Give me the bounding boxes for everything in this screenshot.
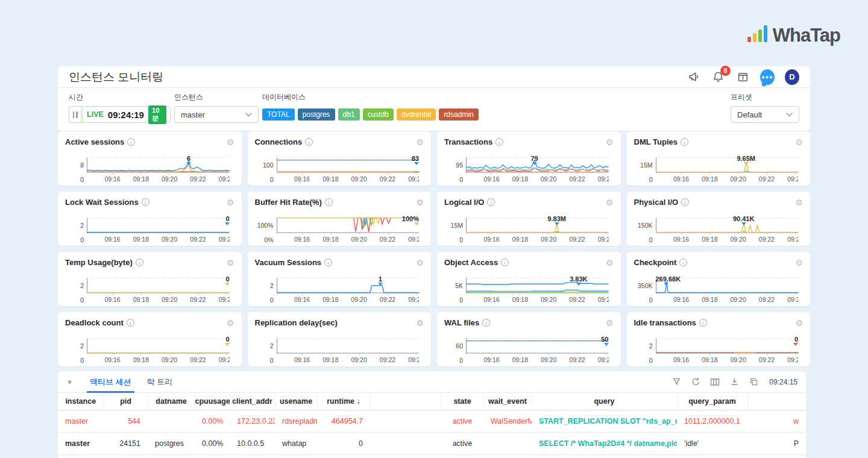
column-header[interactable]	[370, 393, 441, 410]
settings-gear-icon[interactable]: ⚙	[416, 259, 424, 267]
info-icon[interactable]: i	[681, 198, 689, 206]
column-header[interactable]: runtime ↓	[317, 393, 370, 410]
info-icon[interactable]: i	[487, 198, 495, 206]
y-max-label: 15M	[444, 222, 463, 229]
settings-gear-icon[interactable]: ⚙	[416, 138, 424, 146]
info-icon[interactable]: i	[495, 138, 503, 146]
download-button[interactable]	[729, 377, 739, 387]
settings-gear-icon[interactable]: ⚙	[795, 198, 803, 207]
info-icon[interactable]: i	[136, 259, 143, 266]
chart-title: Buffer Hit Rate(%)	[255, 198, 322, 207]
notifications-button[interactable]: 8	[711, 70, 725, 84]
chart-title: Vacuum Sessions	[255, 258, 322, 267]
settings-gear-icon[interactable]: ⚙	[227, 259, 234, 267]
settings-gear-icon[interactable]: ⚙	[416, 319, 424, 327]
db-badge-total[interactable]: TOTAL	[262, 108, 295, 121]
settings-gear-icon[interactable]: ⚙	[227, 319, 234, 327]
info-icon[interactable]: i	[681, 138, 688, 146]
table-cell: active	[441, 432, 483, 454]
x-axis-labels: 09:1609:1809:2009:2209:24	[277, 175, 420, 183]
db-badge-rdsadmin[interactable]: rdsadmin	[439, 108, 478, 121]
chart-title: Connections	[255, 137, 303, 146]
chat-button[interactable]: ●●●	[760, 70, 775, 84]
preset-select[interactable]: Default	[731, 106, 799, 123]
tab-active-session[interactable]: 액티브 세션	[82, 371, 139, 393]
chart-title: Checkpoint	[634, 258, 677, 267]
y-max-label: 8	[65, 162, 84, 169]
announcement-button[interactable]	[686, 70, 700, 84]
settings-gear-icon[interactable]: ⚙	[227, 198, 234, 207]
table-cell: master	[58, 410, 104, 432]
peak-annotation: 6	[87, 155, 230, 163]
info-icon[interactable]: i	[699, 319, 707, 327]
live-label: LIVE	[87, 110, 104, 119]
db-badge-postgres[interactable]: postgres	[298, 108, 335, 121]
column-header[interactable]: query	[532, 393, 677, 410]
peak-value-label: 9.83M	[547, 215, 566, 222]
info-icon[interactable]: i	[305, 138, 313, 146]
db-badge-custdb[interactable]: custdb	[363, 108, 394, 121]
collapse-panel-icon[interactable]: ▼	[66, 378, 82, 386]
info-icon[interactable]: i	[142, 198, 149, 206]
column-header[interactable]: client_addr	[230, 393, 275, 410]
table-row[interactable]: master5440.00%172.23.0.237rdsrepladmin46…	[58, 410, 806, 432]
chat-bubble-icon: ●●●	[760, 69, 775, 85]
active-session-table: instancepiddatnamecpuusageclient_addruse…	[58, 393, 806, 455]
table-cell: rdsrepladmin	[275, 410, 317, 432]
table-timestamp: 09:24:15	[769, 378, 797, 386]
tab-lock-tree[interactable]: 락 트리	[139, 371, 181, 393]
db-badge-dvdrental[interactable]: dvdrental	[397, 108, 436, 121]
settings-gear-icon[interactable]: ⚙	[795, 259, 803, 267]
column-header[interactable]: usename	[275, 393, 317, 410]
chart-grid: Active sessions i ⚙ 8 0 6 09:1609:1809:2…	[58, 131, 810, 366]
settings-gear-icon[interactable]: ⚙	[795, 138, 803, 146]
settings-gear-icon[interactable]: ⚙	[606, 138, 614, 146]
table-cell: 172.23.0.237	[230, 410, 275, 432]
settings-gear-icon[interactable]: ⚙	[606, 319, 614, 327]
x-axis-labels: 09:1609:1809:2009:2209:24	[87, 296, 230, 304]
event-calendar-button[interactable]	[735, 70, 750, 84]
peak-value-label: 50	[601, 336, 608, 343]
column-header[interactable]: query_param	[677, 393, 747, 410]
filter-button[interactable]	[671, 377, 681, 387]
time-range-badge[interactable]: 10분	[148, 105, 166, 124]
peak-value-label: 6	[187, 155, 190, 162]
table-cell: active	[441, 410, 483, 432]
column-header[interactable]: datname	[148, 393, 195, 410]
columns-button[interactable]	[710, 377, 720, 387]
copy-button[interactable]	[749, 377, 758, 387]
pause-button[interactable]	[69, 111, 81, 118]
filter-funnel-icon	[672, 377, 681, 386]
chart-title: Object Access	[444, 258, 498, 267]
settings-gear-icon[interactable]: ⚙	[795, 319, 803, 327]
user-avatar[interactable]: D	[785, 70, 799, 84]
live-indicator-strip	[81, 107, 83, 122]
info-icon[interactable]: i	[127, 138, 135, 146]
settings-gear-icon[interactable]: ⚙	[606, 198, 614, 207]
column-header[interactable]: wait_event	[483, 393, 532, 410]
column-header[interactable]: state	[441, 393, 483, 410]
info-icon[interactable]: i	[482, 319, 490, 327]
info-icon[interactable]: i	[679, 259, 687, 266]
calendar-info-icon	[737, 71, 749, 83]
table-cell	[483, 432, 532, 454]
instance-select[interactable]: master	[174, 106, 259, 123]
info-icon[interactable]: i	[325, 198, 333, 206]
info-icon[interactable]: i	[127, 319, 134, 327]
info-icon[interactable]: i	[324, 259, 332, 266]
db-badge-db1[interactable]: db1	[338, 108, 360, 121]
filter-row: 시간 LIVE 09:24:19 10분 인스턴스 master 데이터베이스	[58, 88, 810, 131]
settings-gear-icon[interactable]: ⚙	[416, 198, 424, 207]
column-header[interactable]: instance	[58, 393, 104, 410]
settings-gear-icon[interactable]: ⚙	[227, 138, 234, 146]
column-header[interactable]: pid	[104, 393, 148, 410]
refresh-button[interactable]	[691, 377, 700, 387]
peak-annotation: 100%	[277, 216, 420, 224]
column-header[interactable]: cpuusage	[195, 393, 230, 410]
info-icon[interactable]: i	[501, 259, 509, 266]
column-header[interactable]	[747, 393, 806, 410]
y-max-label: 95	[444, 162, 463, 169]
settings-gear-icon[interactable]: ⚙	[606, 259, 614, 267]
table-row[interactable]: master24151postgres0.00%10.0.0.5whatap0a…	[58, 432, 806, 454]
y-min-label: 0	[65, 357, 84, 364]
